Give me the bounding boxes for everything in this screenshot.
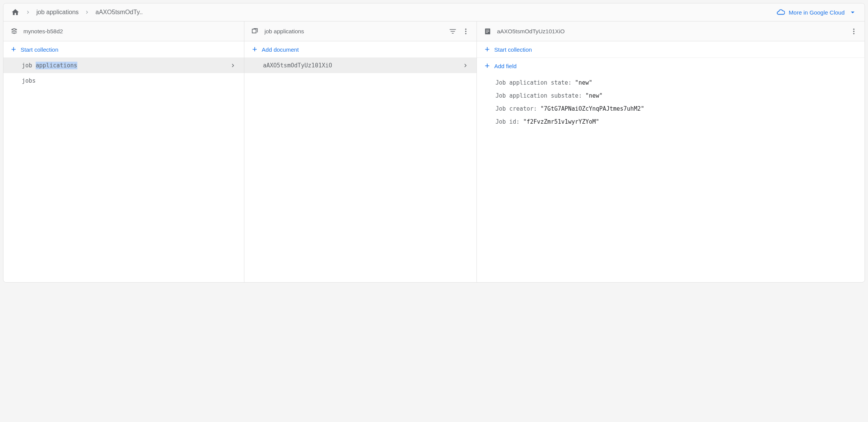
document-id: aAXO5tsmOdTyUz101XiO xyxy=(263,62,332,69)
field-row[interactable]: Job id: "f2FvzZmr51v1wyrYZYoM" xyxy=(477,115,865,128)
field-value: new xyxy=(578,79,589,86)
chevron-right-icon xyxy=(229,62,236,69)
field-row[interactable]: Job creator: "7GtG7APNaiOZcYnqPAJtmes7uh… xyxy=(477,102,865,115)
add-field-button[interactable]: + Add field xyxy=(477,58,865,74)
svg-point-7 xyxy=(853,28,854,29)
add-document-button[interactable]: + Add document xyxy=(244,41,477,58)
collection-name-prefix: jobs xyxy=(22,77,36,84)
filter-icon[interactable] xyxy=(449,28,457,35)
collection-icon xyxy=(251,28,259,35)
field-value: f2FvzZmr51v1wyrYZYoM xyxy=(527,118,596,125)
svg-rect-6 xyxy=(486,32,488,33)
plus-icon: + xyxy=(485,62,490,69)
doc-start-collection-label: Start collection xyxy=(494,46,532,53)
svg-point-2 xyxy=(465,33,467,34)
svg-point-8 xyxy=(853,31,854,32)
breadcrumb: job applications aAXO5tsmOdTy.. xyxy=(11,8,143,16)
more-in-google-cloud-button[interactable]: More in Google Cloud xyxy=(776,8,857,16)
field-value: new xyxy=(589,92,599,99)
svg-point-1 xyxy=(465,31,467,32)
breadcrumb-document[interactable]: aAXO5tsmOdTy.. xyxy=(95,9,142,16)
field-row[interactable]: Job application state: "new" xyxy=(477,76,865,89)
column-root-header: mynotes-b58d2 xyxy=(3,21,244,41)
chevron-right-icon xyxy=(462,62,469,69)
database-icon xyxy=(10,28,18,35)
plus-icon: + xyxy=(11,46,16,53)
collection-item[interactable]: job applications xyxy=(3,58,244,73)
column-root: mynotes-b58d2 + Start collection job app… xyxy=(3,21,244,282)
documents-list: aAXO5tsmOdTyUz101XiO xyxy=(244,58,477,282)
collection-name-highlight: applications xyxy=(36,62,77,69)
more-in-google-cloud-label: More in Google Cloud xyxy=(789,9,845,16)
svg-rect-5 xyxy=(486,31,489,31)
add-field-label: Add field xyxy=(494,63,516,69)
collection-name-prefix: job xyxy=(22,62,36,69)
collection-title: job applications xyxy=(264,28,304,34)
field-key: Job application substate xyxy=(495,92,578,99)
column-collection-header: job applications xyxy=(244,21,477,41)
columns: mynotes-b58d2 + Start collection job app… xyxy=(3,21,865,282)
firestore-panel: job applications aAXO5tsmOdTy.. More in … xyxy=(3,3,865,283)
column-collection: job applications + Add document aAXO5tsm xyxy=(244,21,477,282)
field-row[interactable]: Job application substate: "new" xyxy=(477,89,865,102)
collections-list: job applications jobs xyxy=(3,58,244,282)
svg-point-9 xyxy=(853,33,854,34)
field-value: 7GtG7APNaiOZcYnqPAJtmes7uhM2 xyxy=(544,105,641,112)
field-key: Job creator xyxy=(495,105,533,112)
chevron-right-icon xyxy=(25,9,31,15)
start-collection-button[interactable]: + Start collection xyxy=(3,41,244,58)
breadcrumb-bar: job applications aAXO5tsmOdTy.. More in … xyxy=(3,3,865,21)
chevron-right-icon xyxy=(84,9,90,15)
plus-icon: + xyxy=(252,46,257,53)
column-document: aAXO5tsmOdTyUz101XiO + Start collection … xyxy=(477,21,865,282)
breadcrumb-collection[interactable]: job applications xyxy=(36,9,79,16)
fields-list: Job application state: "new" Job applica… xyxy=(477,74,865,131)
collection-item[interactable]: jobs xyxy=(3,73,244,88)
more-vert-icon[interactable] xyxy=(462,28,470,35)
plus-icon: + xyxy=(485,46,490,53)
document-title: aAXO5tsmOdTyUz101XiO xyxy=(497,28,565,34)
more-vert-icon[interactable] xyxy=(850,28,858,35)
cloud-icon xyxy=(776,8,785,16)
field-key: Job application state xyxy=(495,79,568,86)
start-collection-label: Start collection xyxy=(21,46,58,53)
add-document-label: Add document xyxy=(262,46,299,53)
chevron-down-icon xyxy=(848,8,857,16)
doc-start-collection-button[interactable]: + Start collection xyxy=(477,41,865,58)
field-key: Job id xyxy=(495,118,516,125)
svg-rect-4 xyxy=(486,29,489,30)
column-document-header: aAXO5tsmOdTyUz101XiO xyxy=(477,21,865,41)
svg-point-0 xyxy=(465,28,467,29)
document-item[interactable]: aAXO5tsmOdTyUz101XiO xyxy=(244,58,477,73)
document-icon xyxy=(484,28,491,35)
root-title: mynotes-b58d2 xyxy=(23,28,63,34)
home-icon[interactable] xyxy=(11,8,20,16)
